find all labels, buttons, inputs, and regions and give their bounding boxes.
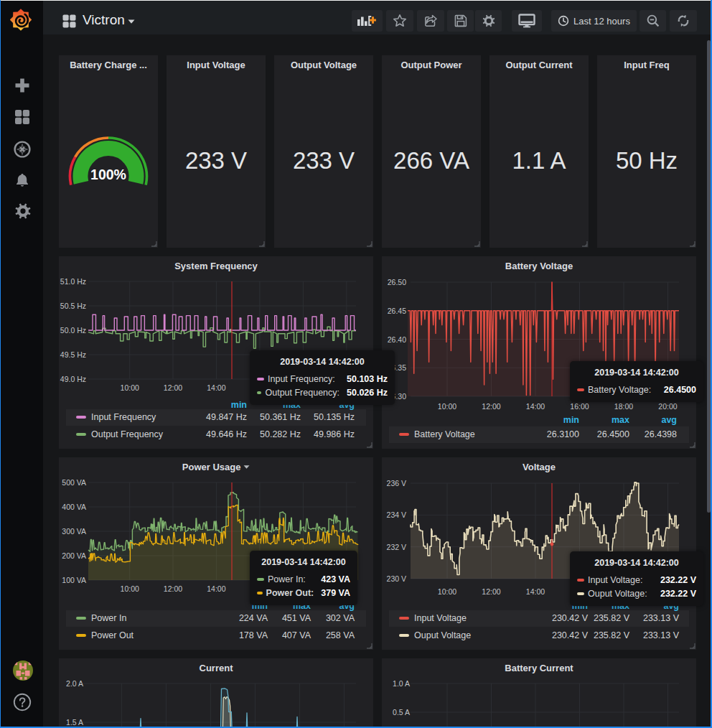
svg-text:100%: 100% [90, 167, 126, 182]
